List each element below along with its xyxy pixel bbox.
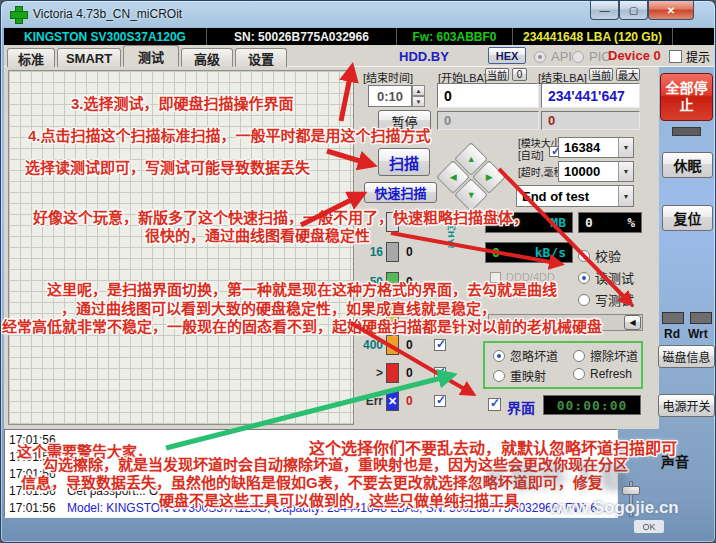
annotation: 经常高低就非常不稳定，一般现在的固态看不到，起始硬盘扫描都是针对以前的老机械硬盘	[2, 315, 602, 336]
write-led-label: Wrt	[688, 327, 708, 341]
scrollbar-left-button[interactable]: ◀	[624, 315, 641, 330]
after-action-dropdown[interactable]: End of test▼	[516, 185, 634, 207]
remap-radio[interactable]: 重映射	[493, 367, 546, 384]
reset-button[interactable]: 复位	[662, 205, 713, 231]
api-radio[interactable]: API	[534, 49, 572, 64]
down-arrow-icon: ▼	[467, 190, 476, 200]
legend-row: Err✕0	[359, 390, 454, 412]
read-test-label: 读测试	[595, 268, 634, 287]
radio-icon	[493, 350, 505, 362]
tab-test[interactable]: 测试	[123, 45, 179, 67]
power-switch-button[interactable]: 电源开关	[658, 394, 715, 417]
device-indicator: Device 0	[608, 48, 661, 63]
hddby-link[interactable]: HDD.BY	[399, 49, 449, 64]
drive-model: KINGSTON SV300S37A120G	[4, 28, 207, 45]
read-test-radio[interactable]: 读测试	[578, 268, 634, 287]
speed-unit: kB/s	[535, 245, 566, 260]
radio-icon	[573, 350, 585, 362]
slider-handle[interactable]	[622, 486, 640, 495]
stop-all-button[interactable]: 全部停止	[660, 73, 713, 121]
dropdown-arrow-icon[interactable]: ▼	[618, 138, 633, 157]
annotation: 硬盘不是这些工具可以做到的，这些只做单纯扫描工具	[159, 489, 519, 510]
refresh-radio[interactable]: Refresh	[573, 367, 632, 381]
legend-row: 160	[359, 241, 454, 263]
end-lba-current-button[interactable]: 当前	[589, 68, 613, 81]
drive-capacity: 234441648 LBA (120 Gb)	[513, 28, 673, 45]
timeout-value: 10000	[564, 164, 600, 179]
legend-block	[386, 363, 399, 383]
annotation: 选择读测试即可，写测试可能导致数据丢失	[25, 156, 310, 177]
watermark-chip: OK	[634, 520, 664, 533]
dropdown-arrow-icon[interactable]: ▼	[618, 186, 633, 206]
timeout-dropdown[interactable]: 10000▼	[558, 161, 634, 182]
verify-radio[interactable]: 校验	[578, 246, 621, 265]
radio-icon	[493, 370, 505, 382]
app-window: Victoria 4.73b_CN_miCROit — ▢ ✕ KINGSTON…	[0, 0, 716, 543]
ignore-bad-radio[interactable]: 忽略坏道	[493, 347, 558, 364]
legend-checkbox[interactable]	[434, 339, 446, 351]
up-arrow-icon: ▲	[467, 154, 476, 164]
after-action-value: End of test	[522, 189, 589, 204]
timer-display: 00:00:00	[543, 395, 641, 415]
hint-label: 提示	[686, 48, 710, 65]
tab-advanced[interactable]: 高级	[181, 48, 233, 67]
app-icon	[10, 6, 26, 22]
read-led	[662, 312, 684, 324]
annotation: 很快的，通过曲线图看硬盘稳定性	[145, 224, 370, 245]
tab-standard[interactable]: 标准	[7, 48, 55, 67]
remap-label: 重映射	[510, 367, 546, 384]
close-button[interactable]: ✕	[648, 1, 694, 20]
legend-checkbox[interactable]	[434, 395, 446, 407]
volume-slider[interactable]	[621, 479, 641, 519]
speed-display: 0kB/s	[485, 242, 573, 263]
spin-up-icon[interactable]: ▲	[412, 85, 425, 96]
tab-settings[interactable]: 设置	[235, 48, 287, 67]
legend-checkbox[interactable]	[434, 367, 446, 379]
read-led-label: Rd	[664, 327, 680, 341]
hex-button[interactable]: HEX	[488, 47, 526, 64]
sleep-button[interactable]: 休眠	[662, 152, 713, 178]
current-end-field: 0	[541, 111, 640, 130]
minimize-button[interactable]: —	[590, 1, 619, 20]
end-time-label: [结束时间]	[363, 69, 413, 85]
radio-icon	[573, 368, 585, 380]
annotation: 这里呢，是扫描界面切换，第一种就是现在这种方格式的界面，去勾就是曲线	[47, 278, 557, 299]
maximize-icon: ▢	[629, 5, 638, 16]
start-lba-zero-button[interactable]: 0	[512, 68, 527, 81]
write-test-radio[interactable]: 写测试	[578, 290, 634, 309]
pio-radio[interactable]: PIO	[572, 49, 611, 64]
tab-bar: 标准 SMART 测试 高级 设置 HDD.BY HEX API PIO Dev…	[4, 45, 714, 67]
end-lba-max-button[interactable]: 最大	[616, 68, 640, 81]
ui-checkbox[interactable]	[488, 398, 501, 411]
radio-icon	[578, 272, 590, 284]
radio-icon	[572, 51, 584, 63]
hint-checkbox[interactable]: 提示	[669, 48, 710, 65]
drive-firmware: Fw: 603ABBF0	[397, 28, 513, 45]
percent-value: 0	[585, 215, 593, 230]
legend-row: >0	[359, 362, 454, 384]
scan-button[interactable]: 扫描	[378, 148, 430, 176]
radio-icon	[578, 294, 590, 306]
left-arrow-icon: ◀	[450, 172, 457, 182]
start-lba-input[interactable]: 0	[437, 83, 539, 108]
title-bar: Victoria 4.73b_CN_miCROit — ▢ ✕	[1, 1, 715, 28]
write-led	[690, 312, 712, 324]
end-time-spin-buttons[interactable]: ▲▼	[412, 85, 425, 107]
block-size-dropdown[interactable]: 16384▼	[558, 137, 634, 158]
erase-bad-label: 擦除坏道	[590, 347, 638, 364]
right-arrow-icon: ▶	[486, 172, 493, 182]
spin-down-icon[interactable]: ▼	[412, 96, 425, 107]
start-lba-current-button[interactable]: 当前	[485, 68, 509, 81]
disk-info-button[interactable]: 磁盘信息	[658, 345, 715, 368]
quick-scan-button[interactable]: 快速扫描	[364, 182, 437, 203]
dropdown-arrow-icon[interactable]: ▼	[618, 162, 633, 181]
erase-bad-radio[interactable]: 擦除坏道	[573, 347, 638, 364]
api-label: API	[551, 49, 572, 64]
maximize-button[interactable]: ▢	[619, 1, 648, 20]
end-lba-input[interactable]: 234'441'647	[541, 83, 640, 108]
tab-smart[interactable]: SMART	[57, 48, 121, 67]
end-time-spinner[interactable]: 0:10	[368, 85, 412, 107]
radio-icon	[578, 250, 590, 262]
scroll-left-icon: ◀	[629, 318, 635, 327]
verify-label: 校验	[595, 246, 621, 265]
